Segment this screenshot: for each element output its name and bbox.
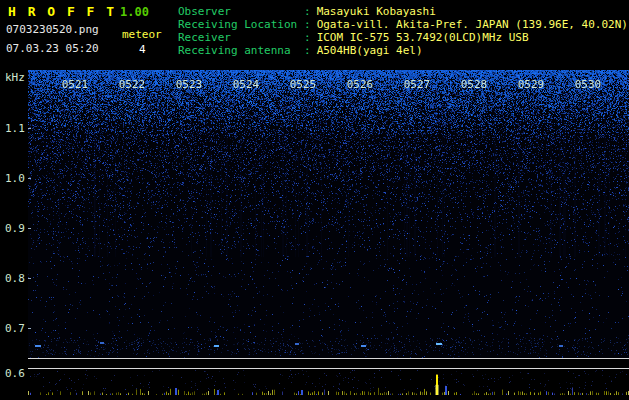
time-tick-label: 0527 [400, 78, 434, 91]
freq-tick-label: 1.0 [5, 172, 25, 185]
info-colon: : [304, 5, 311, 18]
output-filename: 0703230520.png [6, 23, 99, 36]
time-tick-label: 0521 [58, 78, 92, 91]
info-label: Observer [178, 5, 304, 18]
info-row-antenna: Receiving antenna:A504HB(yagi 4el) [178, 44, 628, 57]
info-value: Masayuki Kobayashi [317, 5, 436, 18]
meteor-count: 4 [139, 43, 146, 56]
info-row-observer: Observer:Masayuki Kobayashi [178, 5, 628, 18]
time-tick-label: 0528 [457, 78, 491, 91]
app-title: H R O F F T [8, 4, 116, 19]
separator-line-upper [28, 358, 629, 359]
info-label: Receiving Location [178, 18, 304, 31]
info-value: A504HB(yagi 4el) [317, 44, 423, 57]
freq-tick-label: 0.9 [5, 222, 25, 235]
freq-tick-label: 0.7 [5, 322, 25, 335]
info-label: Receiving antenna [178, 44, 304, 57]
time-axis: 0521 0522 0523 0524 0525 0526 0527 0528 … [28, 78, 629, 92]
time-tick-label: 0530 [571, 78, 605, 91]
freq-tick-label: 1.1 [5, 122, 25, 135]
signal-strip-canvas [28, 370, 629, 398]
mode-label: meteor [122, 28, 162, 41]
time-tick-label: 0524 [229, 78, 263, 91]
app-version: 1.00 [120, 5, 149, 19]
separator-line-lower [28, 368, 629, 369]
time-tick-label: 0522 [115, 78, 149, 91]
info-colon: : [304, 44, 311, 57]
time-tick-label: 0523 [172, 78, 206, 91]
info-label: Receiver [178, 31, 304, 44]
freq-tick-label: 0.6 [5, 367, 25, 380]
spectrogram-canvas [28, 70, 629, 358]
info-row-location: Receiving Location:Ogata-vill. Akita-Pre… [178, 18, 628, 31]
info-colon: : [304, 31, 311, 44]
info-row-receiver: Receiver:ICOM IC-575 53.7492(0LCD)MHz US… [178, 31, 628, 44]
time-tick-label: 0526 [343, 78, 377, 91]
info-value: Ogata-vill. Akita-Pref. JAPAN (139.96E, … [317, 18, 628, 31]
info-value: ICOM IC-575 53.7492(0LCD)MHz USB [317, 31, 529, 44]
station-info: Observer:Masayuki Kobayashi Receiving Lo… [178, 5, 628, 57]
time-tick-label: 0525 [286, 78, 320, 91]
datetime-label: 07.03.23 05:20 [6, 42, 99, 55]
freq-axis-unit: kHz [5, 71, 25, 84]
info-colon: : [304, 18, 311, 31]
hrofft-window: H R O F F T 1.00 0703230520.png meteor 4… [0, 0, 629, 400]
freq-tick-label: 0.8 [5, 272, 25, 285]
time-tick-label: 0529 [514, 78, 548, 91]
